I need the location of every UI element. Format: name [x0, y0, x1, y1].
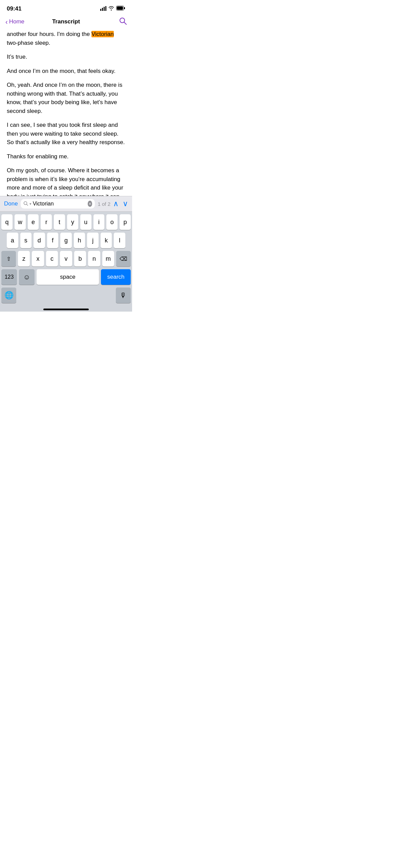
keyboard: q w e r t y u i o p a s d f g h j k l ⇧ … [0, 212, 132, 312]
key-emoji[interactable]: ☺ [19, 269, 35, 285]
find-bar-count: 1 of 2 [98, 201, 110, 207]
key-m[interactable]: m [102, 251, 114, 267]
paragraph-4: Oh, yeah. And once I’m on the moon, ther… [7, 81, 125, 115]
highlight-current: Victorian [91, 31, 114, 37]
key-y[interactable]: y [67, 214, 78, 230]
home-indicator [0, 306, 132, 312]
paragraph-7: Oh my gosh, of course. Where it becomes … [7, 166, 125, 196]
svg-rect-0 [100, 9, 101, 11]
find-bar-prev-button[interactable]: ∧ [113, 199, 119, 208]
content-area: another four hours. I'm doing the Victor… [0, 30, 132, 196]
nav-bar: ‹ Home Transcript [0, 15, 132, 30]
key-i[interactable]: i [93, 214, 105, 230]
paragraph-3: And once I’m on the moon, that feels oka… [7, 67, 125, 76]
key-d[interactable]: d [34, 233, 45, 248]
find-search-icon [23, 201, 28, 207]
paragraph-1: another four hours. I'm doing the Victor… [7, 30, 125, 47]
key-a[interactable]: a [7, 233, 18, 248]
find-bar-input-wrap: ▾ [21, 199, 95, 209]
key-q[interactable]: q [1, 214, 13, 230]
key-shift[interactable]: ⇧ [1, 251, 16, 267]
find-bar-navigation: ∧ ∨ [113, 199, 128, 208]
para1-after: two-phase sleep. [7, 40, 50, 46]
paragraph-2: It’s true. [7, 53, 125, 61]
key-v[interactable]: v [60, 251, 72, 267]
status-icons [100, 6, 125, 12]
key-l[interactable]: l [114, 233, 125, 248]
key-h[interactable]: h [74, 233, 85, 248]
battery-icon [116, 6, 125, 12]
key-u[interactable]: u [80, 214, 91, 230]
svg-rect-2 [104, 7, 105, 11]
status-time: 09:41 [7, 5, 21, 12]
search-icon [119, 17, 127, 25]
key-b[interactable]: b [74, 251, 86, 267]
key-n[interactable]: n [88, 251, 100, 267]
key-c[interactable]: c [46, 251, 58, 267]
keyboard-row-2: a s d f g h j k l [0, 233, 132, 248]
paragraph-6: Thanks for enabling me. [7, 152, 125, 161]
key-f[interactable]: f [47, 233, 59, 248]
page-title: Transcript [52, 18, 80, 25]
find-chevron-icon: ▾ [29, 202, 31, 206]
key-k[interactable]: k [101, 233, 112, 248]
key-delete[interactable]: ⌫ [116, 251, 131, 267]
svg-line-10 [26, 204, 28, 205]
status-bar: 09:41 [0, 0, 132, 15]
keyboard-row-4: 123 ☺ space search [0, 269, 132, 285]
key-g[interactable]: g [60, 233, 72, 248]
find-bar-clear-button[interactable] [88, 201, 92, 207]
key-globe[interactable]: 🌐 [1, 288, 16, 303]
back-chevron-icon: ‹ [5, 18, 8, 26]
find-bar: Done ▾ 1 of 2 ∧ ∨ [0, 196, 132, 212]
key-space[interactable]: space [37, 269, 99, 285]
para1-before: another four hours. I'm doing the [7, 31, 91, 37]
key-w[interactable]: w [15, 214, 26, 230]
key-search[interactable]: search [101, 269, 131, 285]
key-z[interactable]: z [18, 251, 30, 267]
signal-icon [100, 6, 106, 12]
svg-rect-6 [117, 6, 123, 10]
home-bar [43, 309, 89, 310]
keyboard-row-1: q w e r t y u i o p [0, 214, 132, 230]
back-label[interactable]: Home [9, 18, 24, 25]
key-e[interactable]: e [28, 214, 39, 230]
key-x[interactable]: x [32, 251, 44, 267]
find-bar-next-button[interactable]: ∨ [123, 199, 128, 208]
svg-rect-5 [124, 7, 125, 9]
key-numbers[interactable]: 123 [1, 269, 17, 285]
paragraph-5: I can see, I see that you took first sle… [7, 121, 125, 147]
svg-line-8 [124, 22, 127, 24]
svg-rect-1 [102, 8, 103, 11]
key-t[interactable]: t [54, 214, 65, 230]
wifi-icon [108, 6, 114, 12]
key-o[interactable]: o [106, 214, 118, 230]
back-button[interactable]: ‹ Home [5, 18, 24, 26]
svg-rect-3 [105, 6, 106, 11]
key-j[interactable]: j [87, 233, 99, 248]
find-bar-input[interactable] [33, 201, 86, 207]
keyboard-row-3: ⇧ z x c v b n m ⌫ [0, 251, 132, 267]
key-p[interactable]: p [120, 214, 131, 230]
key-mic[interactable]: 🎙 [116, 288, 131, 303]
key-r[interactable]: r [41, 214, 52, 230]
find-bar-done-button[interactable]: Done [4, 200, 18, 207]
search-button[interactable] [119, 17, 127, 26]
key-s[interactable]: s [20, 233, 32, 248]
